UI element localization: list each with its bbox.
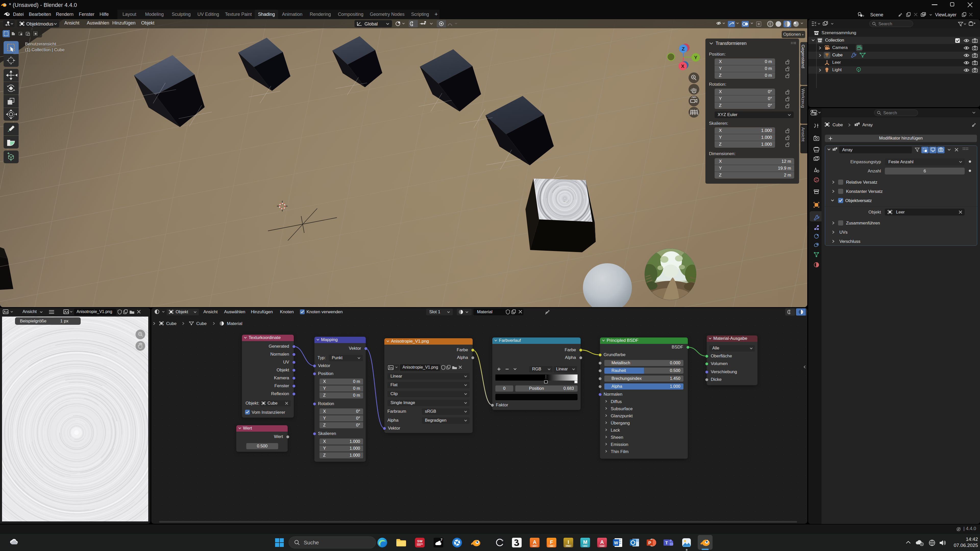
svg-text:M: M	[583, 539, 587, 545]
svg-text:CAD: CAD	[600, 545, 605, 547]
svg-text:7: 7	[441, 538, 442, 541]
svg-text:F: F	[550, 539, 553, 545]
svg-text:Y: Y	[694, 55, 697, 60]
svg-text:360: 360	[550, 545, 553, 547]
svg-text:X: X	[681, 64, 684, 69]
svg-text:Z: Z	[682, 46, 685, 52]
svg-text:PRO: PRO	[566, 545, 570, 547]
svg-text:I: I	[568, 539, 569, 545]
svg-text:AYA: AYA	[584, 545, 587, 547]
svg-text:A: A	[533, 539, 536, 545]
svg-text:T: T	[665, 540, 668, 545]
svg-text:W: W	[614, 540, 618, 545]
svg-text:AST: AST	[533, 545, 537, 547]
svg-text:SW: SW	[417, 539, 423, 543]
svg-text:P: P	[648, 540, 651, 545]
svg-text:A: A	[600, 539, 604, 545]
